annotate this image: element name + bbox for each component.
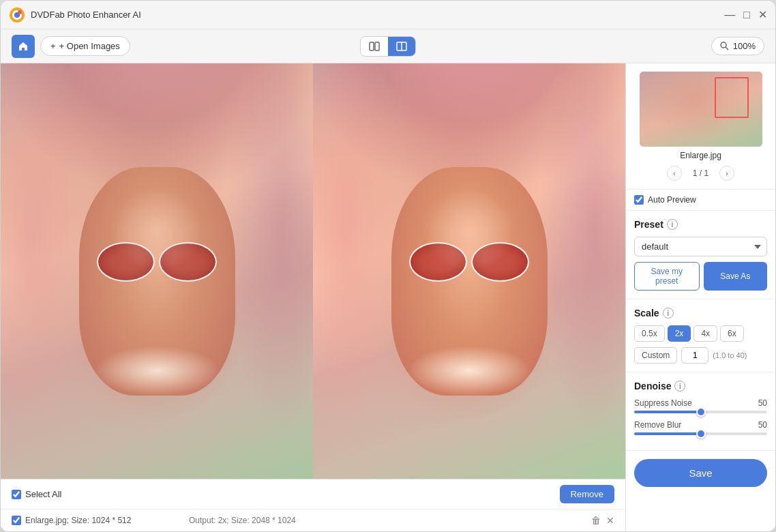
compare-view-button[interactable] xyxy=(388,37,415,56)
file-list-area: Select All Remove Enlarge.jpg; Size: 102… xyxy=(1,479,625,531)
thumbnail-preview xyxy=(640,72,762,147)
custom-scale-range: (1.0 to 40) xyxy=(713,351,747,359)
custom-scale-input[interactable] xyxy=(681,347,708,364)
preset-section: Preset i default portrait landscape cust… xyxy=(626,211,775,299)
thumbnail-selection-rect xyxy=(715,77,749,118)
file-checkbox[interactable] xyxy=(12,516,21,525)
suppress-noise-value: 50 xyxy=(758,398,767,408)
select-all-label[interactable]: Select All xyxy=(12,489,560,499)
scale-2x-button[interactable]: 2x xyxy=(668,325,691,342)
auto-preview-checkbox[interactable] xyxy=(634,195,644,205)
titlebar: DVDFab Photo Enhancer AI — □ ✕ xyxy=(1,1,775,29)
denoise-section: Denoise i Suppress Noise 50 Remove Bl xyxy=(626,372,775,451)
minimize-icon[interactable]: — xyxy=(724,10,735,20)
photo-area: Select All Remove Enlarge.jpg; Size: 102… xyxy=(1,63,625,531)
suppress-noise-fill xyxy=(634,411,701,413)
photo-enhanced xyxy=(313,63,625,479)
toolbar: + + Open Images 100% xyxy=(1,29,775,63)
maximize-icon[interactable]: □ xyxy=(743,10,750,20)
file-name: Enlarge.jpg; Size: 1024 * 512 xyxy=(25,516,131,525)
file-row: Enlarge.jpg; Size: 1024 * 512 Output: 2x… xyxy=(1,509,625,531)
custom-scale-button[interactable]: Custom xyxy=(634,347,677,364)
window-controls: — □ ✕ xyxy=(724,10,767,20)
zoom-control[interactable]: 100% xyxy=(711,37,764,55)
remove-blur-fill xyxy=(634,432,701,435)
save-as-button[interactable]: Save As xyxy=(704,262,768,291)
svg-rect-4 xyxy=(370,42,374,50)
preset-title: Preset i xyxy=(634,219,767,230)
photo-canvas xyxy=(1,63,625,479)
thumbnail-prev-button[interactable]: ‹ xyxy=(667,166,682,181)
svg-point-3 xyxy=(18,10,22,14)
app-logo-icon xyxy=(9,7,25,23)
remove-button[interactable]: Remove xyxy=(560,485,614,503)
denoise-title: Denoise i xyxy=(634,381,767,391)
thumbnail-filename: Enlarge.jpg xyxy=(680,151,721,160)
thumbnail-page: 1 / 1 xyxy=(693,168,708,178)
save-my-preset-button[interactable]: Save my preset xyxy=(634,262,700,291)
split-view-button[interactable] xyxy=(361,37,388,56)
svg-rect-5 xyxy=(375,42,379,50)
open-images-button[interactable]: + + Open Images xyxy=(40,36,130,56)
scale-6x-button[interactable]: 6x xyxy=(720,325,744,342)
suppress-noise-row: Suppress Noise 50 xyxy=(634,398,767,413)
file-actions: 🗑 ✕ xyxy=(591,515,614,526)
view-toggle xyxy=(360,36,416,57)
zoom-value: 100% xyxy=(733,41,756,51)
preset-buttons: Save my preset Save As xyxy=(634,262,767,291)
thumbnail-section: Enlarge.jpg ‹ 1 / 1 › xyxy=(626,63,775,190)
thumbnail-navigation: ‹ 1 / 1 › xyxy=(667,166,734,181)
preset-dropdown[interactable]: default portrait landscape custom xyxy=(634,237,767,256)
suppress-noise-thumb[interactable] xyxy=(696,407,706,417)
plus-icon: + xyxy=(50,41,56,51)
remove-blur-value: 50 xyxy=(758,420,767,430)
app-window: DVDFab Photo Enhancer AI — □ ✕ + + Open … xyxy=(0,0,776,532)
zoom-icon xyxy=(720,42,729,50)
select-all-checkbox[interactable] xyxy=(12,490,21,499)
auto-preview-row: Auto Preview xyxy=(626,190,775,211)
svg-point-8 xyxy=(721,42,726,48)
remove-blur-slider[interactable] xyxy=(634,432,767,435)
custom-scale-row: Custom (1.0 to 40) xyxy=(634,347,767,364)
home-icon xyxy=(18,41,29,52)
denoise-info-icon[interactable]: i xyxy=(674,381,685,391)
scale-section: Scale i 0.5x 2x 4x 6x Custom (1.0 to 40) xyxy=(626,299,775,372)
preset-info-icon[interactable]: i xyxy=(667,219,678,230)
compare-view-icon xyxy=(396,41,407,52)
suppress-noise-slider[interactable] xyxy=(634,411,767,413)
scale-0.5x-button[interactable]: 0.5x xyxy=(634,325,665,342)
suppress-noise-label: Suppress Noise xyxy=(634,398,692,408)
save-main-button[interactable]: Save xyxy=(634,459,767,487)
remove-blur-thumb[interactable] xyxy=(696,429,706,439)
scale-title: Scale i xyxy=(634,308,767,319)
app-title: DVDFab Photo Enhancer AI xyxy=(31,10,724,20)
remove-blur-label: Remove Blur xyxy=(634,420,681,430)
file-output-info: Output: 2x; Size: 2048 * 1024 xyxy=(189,516,591,525)
scale-buttons: 0.5x 2x 4x 6x xyxy=(634,325,767,342)
thumbnail-next-button[interactable]: › xyxy=(719,166,734,181)
home-button[interactable] xyxy=(12,35,35,58)
scale-4x-button[interactable]: 4x xyxy=(693,325,717,342)
file-delete-icon[interactable]: ✕ xyxy=(606,515,614,526)
main-content: Select All Remove Enlarge.jpg; Size: 102… xyxy=(1,63,775,531)
svg-line-9 xyxy=(726,47,728,50)
right-panel: Enlarge.jpg ‹ 1 / 1 › Auto Preview Prese… xyxy=(625,63,775,531)
close-icon[interactable]: ✕ xyxy=(758,10,767,20)
remove-blur-row: Remove Blur 50 xyxy=(634,420,767,435)
auto-preview-label[interactable]: Auto Preview xyxy=(648,195,696,205)
scale-info-icon[interactable]: i xyxy=(663,308,674,319)
file-checkbox-label[interactable]: Enlarge.jpg; Size: 1024 * 512 xyxy=(12,516,189,525)
file-settings-icon[interactable]: 🗑 xyxy=(591,515,601,526)
split-view-icon xyxy=(369,41,380,52)
select-all-row: Select All Remove xyxy=(1,479,625,509)
photo-original xyxy=(1,63,313,479)
